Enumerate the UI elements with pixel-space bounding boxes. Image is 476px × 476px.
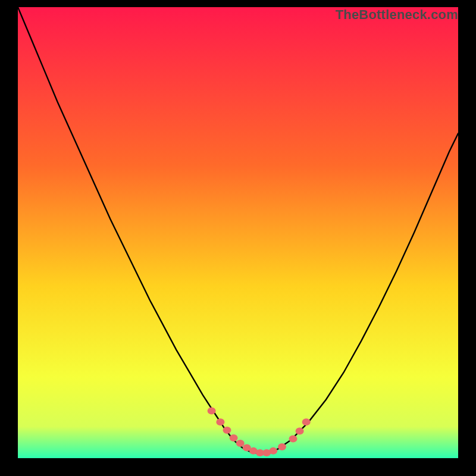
curve-marker (216, 418, 224, 425)
gradient-background (18, 7, 458, 458)
curve-marker (278, 443, 286, 450)
curve-marker (289, 435, 298, 442)
plot-svg (18, 7, 458, 458)
curve-marker (269, 447, 277, 455)
curve-marker (208, 407, 216, 414)
curve-marker (296, 428, 304, 435)
curve-marker (230, 434, 238, 441)
watermark-text: TheBottleneck.com (336, 7, 458, 23)
plot-area (18, 7, 458, 458)
curve-marker (236, 440, 245, 447)
curve-marker (302, 418, 311, 425)
curve-marker (223, 427, 231, 434)
chart-frame: TheBottleneck.com (0, 0, 476, 476)
